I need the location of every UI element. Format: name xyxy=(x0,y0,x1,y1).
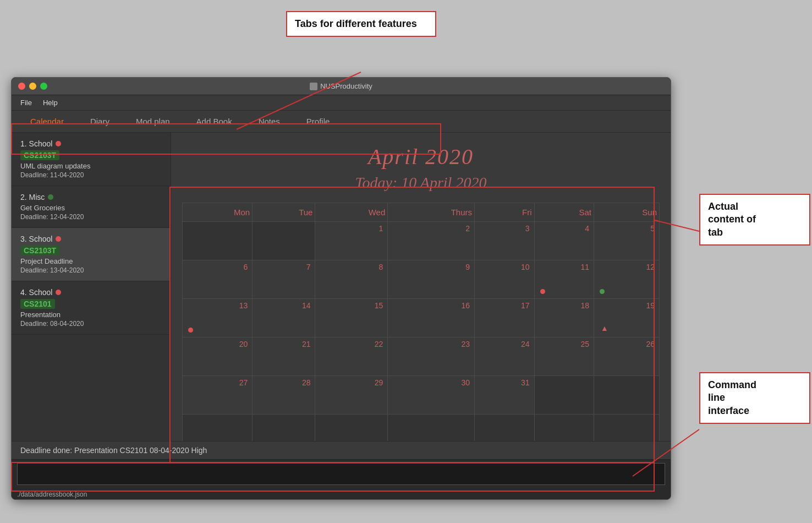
menu-bar: File Help xyxy=(12,95,671,111)
outer-wrapper: Tabs for different features Actualconten… xyxy=(0,11,812,512)
cal-cell-w3-sat: 18 xyxy=(534,299,594,337)
app-window: NUSProductivity File Help Calendar Diary… xyxy=(11,77,671,500)
menu-help[interactable]: Help xyxy=(43,99,58,107)
cal-cell-w5-sat xyxy=(534,376,594,415)
file-path-text: ./data/addressbook.json xyxy=(17,491,87,498)
cal-header-mon: Mon xyxy=(183,203,253,222)
app-icon xyxy=(310,83,317,90)
task-2-number: 2. Misc xyxy=(20,193,45,201)
cal-cell-w1-mon xyxy=(183,222,253,260)
cal-cell-w5-thurs: 30 xyxy=(388,376,475,415)
cal-cell-w3-thurs: 16 xyxy=(388,299,475,337)
task-item-2: 2. Misc Get Groceries Deadline: 12-04-20… xyxy=(12,186,171,228)
status-bar-text: Deadline done: Presentation CS2101 08-04… xyxy=(20,446,207,455)
maximize-button[interactable] xyxy=(40,83,47,90)
tab-diary[interactable]: Diary xyxy=(77,113,123,129)
cal-dot-13-mon xyxy=(188,328,193,333)
cal-cell-w6-wed xyxy=(315,415,388,442)
annotation-tabs-text: Tabs for different features xyxy=(295,18,417,29)
cal-cell-w3-wed: 15 xyxy=(315,299,388,337)
cal-week-1: 1 2 3 4 5 xyxy=(183,222,660,260)
task-2-header: 2. Misc xyxy=(20,193,162,201)
cal-cell-w1-tue xyxy=(253,222,315,260)
cal-cell-w1-thurs: 2 xyxy=(388,222,475,260)
menu-file[interactable]: File xyxy=(20,99,32,107)
window-title: NUSProductivity xyxy=(320,82,372,90)
tab-modplan[interactable]: Mod plan xyxy=(123,113,183,129)
task-1-module: CS2103T xyxy=(20,150,59,160)
task-4-number: 4. School xyxy=(20,288,52,297)
task-3-number: 3. School xyxy=(20,235,52,243)
task-4-deadline: Deadline: 08-04-2020 xyxy=(20,320,162,328)
cal-cell-w3-tue: 14 xyxy=(253,299,315,337)
close-button[interactable] xyxy=(18,83,25,90)
tab-notes[interactable]: Notes xyxy=(245,113,293,129)
task-1-deadline: Deadline: 11-04-2020 xyxy=(20,171,162,179)
cal-week-2: 6 7 8 9 10 11 12 xyxy=(183,260,660,299)
tab-addbook[interactable]: Add Book xyxy=(183,113,245,129)
file-path: ./data/addressbook.json xyxy=(12,488,671,499)
cal-cell-w2-mon: 6 xyxy=(183,260,253,299)
cal-cell-w2-sun: 12 xyxy=(594,260,660,299)
task-item-3: 3. School CS2103T Project Deadline Deadl… xyxy=(12,228,171,281)
cal-cell-w2-wed: 8 xyxy=(315,260,388,299)
minimize-button[interactable] xyxy=(29,83,36,90)
annotation-content: Actualcontent oftab xyxy=(699,194,810,246)
task-4-module: CS2101 xyxy=(20,299,55,309)
cal-week-6 xyxy=(183,415,660,442)
cal-cell-w5-tue: 28 xyxy=(253,376,315,415)
cal-cell-w6-sun xyxy=(594,415,660,442)
cal-cell-w5-wed: 29 xyxy=(315,376,388,415)
cal-cell-w6-thurs xyxy=(388,415,475,442)
tab-profile[interactable]: Profile xyxy=(293,113,343,129)
cal-cell-w5-sun xyxy=(594,376,660,415)
cal-header-fri: Fri xyxy=(474,203,534,222)
cal-header-sun: Sun xyxy=(594,203,660,222)
cal-cell-w3-fri: 17 xyxy=(474,299,534,337)
task-3-module: CS2103T xyxy=(20,246,59,255)
cal-header-tue: Tue xyxy=(253,203,315,222)
title-bar: NUSProductivity xyxy=(12,78,671,95)
status-bar: Deadline done: Presentation CS2101 08-04… xyxy=(12,441,671,459)
cal-cell-w2-thurs: 9 xyxy=(388,260,475,299)
cal-cell-w5-fri: 31 xyxy=(474,376,534,415)
cal-cell-w1-fri: 3 xyxy=(474,222,534,260)
task-1-dot xyxy=(56,141,61,146)
cal-cell-w4-mon: 20 xyxy=(183,337,253,376)
cal-arrow-19: ▲ xyxy=(601,324,608,333)
title-bar-text: NUSProductivity xyxy=(310,82,372,90)
calendar-today: Today: 10 April 2020 xyxy=(182,174,660,192)
cal-week-5: 27 28 29 30 31 xyxy=(183,376,660,415)
task-item-4: 4. School CS2101 Presentation Deadline: … xyxy=(12,281,171,335)
task-2-dot xyxy=(48,194,53,200)
annotation-cli: Commandlineinterface xyxy=(699,372,810,424)
cal-cell-w2-fri: 10 xyxy=(474,260,534,299)
task-4-header: 4. School xyxy=(20,288,162,297)
task-1-header: 1. School xyxy=(20,139,162,148)
cal-cell-w1-sun: 5 xyxy=(594,222,660,260)
cal-cell-w6-tue xyxy=(253,415,315,442)
cal-cell-w4-thurs: 23 xyxy=(388,337,475,376)
command-input[interactable] xyxy=(17,463,665,485)
cal-header-sat: Sat xyxy=(534,203,594,222)
annotation-cli-text: Commandlineinterface xyxy=(708,379,756,416)
cal-header-thurs: Thurs xyxy=(388,203,475,222)
cal-cell-w2-sat: 11 xyxy=(534,260,594,299)
calendar-area: April 2020 Today: 10 April 2020 Mon Tue … xyxy=(171,133,671,441)
task-2-desc: Get Groceries xyxy=(20,204,162,212)
cal-cell-w6-fri xyxy=(474,415,534,442)
task-4-desc: Presentation xyxy=(20,310,162,319)
command-area xyxy=(12,459,671,488)
cal-cell-w6-sat xyxy=(534,415,594,442)
tab-calendar[interactable]: Calendar xyxy=(17,113,77,129)
cal-cell-w4-tue: 21 xyxy=(253,337,315,376)
cal-cell-w4-fri: 24 xyxy=(474,337,534,376)
cal-week-3: 13 14 15 16 17 18 19 ▲ xyxy=(183,299,660,337)
tab-bar: Calendar Diary Mod plan Add Book Notes P… xyxy=(12,111,671,133)
main-content: 1. School CS2103T UML diagram updates De… xyxy=(12,133,671,441)
cal-dot-11-sat xyxy=(540,289,545,294)
cal-cell-w2-tue: 7 xyxy=(253,260,315,299)
task-2-deadline: Deadline: 12-04-2020 xyxy=(20,213,162,221)
task-1-number: 1. School xyxy=(20,139,52,148)
cal-cell-w1-wed: 1 xyxy=(315,222,388,260)
